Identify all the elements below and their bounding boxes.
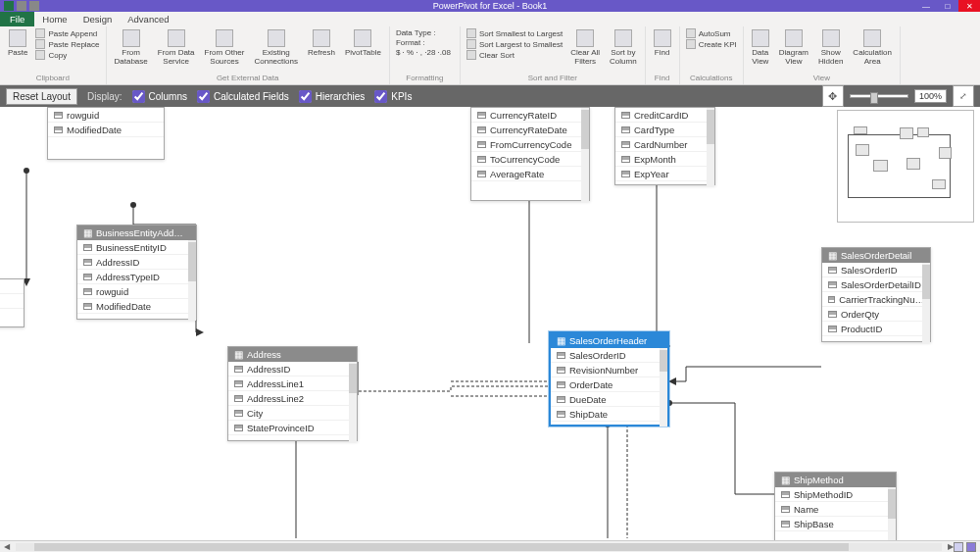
scrollbar[interactable]: [707, 108, 714, 186]
scrollbar[interactable]: [922, 263, 930, 343]
find-button[interactable]: Find: [652, 28, 673, 58]
column-row[interactable]: StateProvinceID: [228, 421, 357, 435]
column-row[interactable]: rowguid: [48, 108, 164, 123]
column-row[interactable]: ShipBase: [775, 517, 896, 531]
columns-checkbox[interactable]: Columns: [132, 90, 187, 103]
diagram-view-button[interactable]: Diagram View: [777, 28, 810, 67]
save-icon[interactable]: [17, 1, 26, 11]
refresh-button[interactable]: Refresh: [306, 28, 337, 58]
clear-sort-button[interactable]: Clear Sort: [466, 50, 563, 60]
table-credit-card[interactable]: CreditCardID CardType CardNumber ExpMont…: [614, 107, 715, 185]
column-row[interactable]: ShipMethodID: [775, 487, 896, 502]
scrollbar[interactable]: [349, 362, 357, 442]
menu-file[interactable]: File: [0, 12, 34, 26]
existing-connections-button[interactable]: Existing Connections: [252, 28, 299, 67]
column-row[interactable]: City: [228, 406, 357, 421]
kpis-checkbox[interactable]: KPIs: [374, 90, 412, 103]
sort-asc-button[interactable]: Sort Smallest to Largest: [466, 28, 563, 38]
menu-advanced[interactable]: Advanced: [120, 12, 176, 26]
column-row[interactable]: OrderDate: [551, 377, 667, 392]
sort-desc-button[interactable]: Sort Largest to Smallest: [466, 39, 563, 49]
scrollbar[interactable]: [188, 240, 196, 321]
column-row[interactable]: CreditCardID: [615, 108, 714, 123]
paste-replace-button[interactable]: Paste Replace: [35, 39, 99, 49]
column-row[interactable]: CurrencyRateID: [471, 108, 589, 123]
autosum-button[interactable]: AutoSum: [686, 28, 737, 38]
minimap[interactable]: [837, 110, 974, 223]
from-database-button[interactable]: From Database: [113, 28, 150, 67]
create-kpi-button[interactable]: Create KPI: [686, 39, 737, 49]
table-sales-order-detail[interactable]: ▦SalesOrderDetail SalesOrderID SalesOrde…: [821, 247, 931, 342]
column-row[interactable]: AddressLine2: [228, 391, 357, 406]
menu-design[interactable]: Design: [75, 12, 121, 26]
scrollbar[interactable]: [581, 108, 589, 202]
datatype-dropdown[interactable]: Data Type :: [396, 28, 454, 37]
paste-append-button[interactable]: Paste Append: [35, 28, 99, 38]
menu-home[interactable]: Home: [34, 12, 74, 26]
column-row[interactable]: DueDate: [551, 392, 667, 407]
close-button[interactable]: ✕: [958, 0, 980, 12]
column-row[interactable]: ExpYear: [615, 167, 714, 181]
pan-tool-button[interactable]: ✥: [822, 85, 844, 107]
column-row[interactable]: FromCurrencyCode: [471, 137, 589, 152]
table-header[interactable]: ▦ShipMethod: [775, 473, 896, 487]
column-row[interactable]: ExpMonth: [615, 152, 714, 167]
table-header[interactable]: ▦SalesOrderHeader: [551, 333, 667, 348]
clear-filters-button[interactable]: Clear All Filters: [568, 28, 602, 67]
minimize-button[interactable]: —: [915, 0, 937, 12]
column-row[interactable]: SalesOrderID: [822, 263, 930, 277]
paste-button[interactable]: Paste: [6, 28, 29, 58]
format-dropdown[interactable]: Format :: [396, 38, 454, 47]
table-business-entity-address[interactable]: ▦BusinessEntityAdd… BusinessEntityID Add…: [76, 225, 197, 320]
table-address[interactable]: ▦Address AddressID AddressLine1 AddressL…: [227, 346, 358, 441]
diagram-canvas[interactable]: rowguid ModifiedDate peID Date ▦Business…: [0, 107, 980, 552]
undo-icon[interactable]: [29, 1, 39, 11]
column-row[interactable]: AverageRate: [471, 167, 589, 181]
column-row[interactable]: OrderQty: [822, 307, 930, 322]
column-row[interactable]: AddressLine1: [228, 376, 357, 391]
fit-button[interactable]: ⤢: [953, 85, 974, 107]
zoom-slider[interactable]: [850, 94, 908, 98]
column-row[interactable]: CarrierTrackingNu…: [822, 292, 930, 307]
column-row[interactable]: CardType: [615, 123, 714, 137]
table-box[interactable]: peID Date: [0, 278, 24, 327]
column-row[interactable]: RevisionNumber: [551, 363, 667, 377]
sortby-column-button[interactable]: Sort by Column: [608, 28, 639, 67]
format-symbols[interactable]: $ · % · , ·28 ·.08: [396, 48, 454, 57]
column-row[interactable]: ShipDate: [551, 407, 667, 422]
diagram-view-icon[interactable]: [966, 542, 976, 552]
table-ship-method[interactable]: ▦ShipMethod ShipMethodID Name ShipBase: [774, 472, 897, 545]
zoom-value[interactable]: 100%: [914, 89, 947, 103]
calc-area-button[interactable]: Calculation Area: [851, 28, 894, 67]
column-row[interactable]: AddressID: [77, 255, 196, 270]
column-row[interactable]: CardNumber: [615, 137, 714, 152]
column-row[interactable]: CurrencyRateDate: [471, 123, 589, 137]
maximize-button[interactable]: □: [937, 0, 958, 12]
table-header[interactable]: ▦BusinessEntityAdd…: [77, 226, 196, 240]
show-hidden-button[interactable]: Show Hidden: [816, 28, 845, 67]
column-row[interactable]: SalesOrderID: [551, 348, 667, 363]
from-other-button[interactable]: From Other Sources: [203, 28, 247, 67]
table-box[interactable]: rowguid ModifiedDate: [47, 107, 165, 160]
column-row[interactable]: ModifiedDate: [48, 123, 164, 137]
column-row[interactable]: BusinessEntityID: [77, 240, 196, 255]
calcfields-checkbox[interactable]: Calculated Fields: [197, 90, 289, 103]
column-row[interactable]: Date: [0, 294, 24, 309]
table-sales-order-header[interactable]: ▦SalesOrderHeader SalesOrderID RevisionN…: [549, 331, 669, 427]
hierarchies-checkbox[interactable]: Hierarchies: [299, 90, 366, 103]
column-row[interactable]: AddressTypeID: [77, 270, 196, 284]
table-header[interactable]: ▦SalesOrderDetail: [822, 248, 930, 263]
copy-button[interactable]: Copy: [35, 50, 99, 60]
table-currency-rate[interactable]: CurrencyRateID CurrencyRateDate FromCurr…: [470, 107, 590, 201]
column-row[interactable]: SalesOrderDetailID: [822, 277, 930, 292]
reset-layout-button[interactable]: Reset Layout: [6, 88, 77, 105]
grid-view-icon[interactable]: [954, 542, 963, 552]
pivottable-button[interactable]: PivotTable: [343, 28, 383, 58]
column-row[interactable]: peID: [0, 279, 24, 294]
horizontal-scrollbar[interactable]: [16, 543, 942, 551]
column-row[interactable]: ModifiedDate: [77, 299, 196, 314]
data-view-button[interactable]: Data View: [750, 28, 771, 67]
scroll-left-icon[interactable]: ◀: [4, 542, 10, 551]
table-header[interactable]: ▦Address: [228, 347, 357, 362]
column-row[interactable]: Name: [775, 502, 896, 517]
